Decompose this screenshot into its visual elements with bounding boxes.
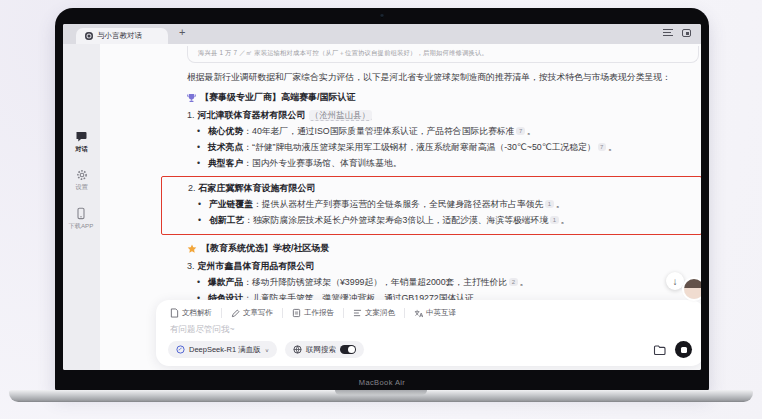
- windows-icon[interactable]: [682, 29, 691, 37]
- stop-generation-button[interactable]: [675, 341, 692, 358]
- laptop-base: [9, 390, 753, 402]
- model-selector[interactable]: DeepSeek-R1 满血版 ∨: [168, 341, 277, 358]
- company-2: 2.石家庄冀辉体育设施有限公司: [188, 182, 689, 195]
- user-avatar[interactable]: [684, 279, 701, 299]
- pencil-icon: [231, 309, 240, 318]
- globe-icon: [293, 345, 302, 354]
- company-1-bullet-1: 核心优势：40年老厂，通过ISO国际质量管理体系认证，产品符合国际比赛标准7。: [187, 125, 699, 138]
- company-1-bullet-2: 技术亮点：“舒健”牌电动液压篮球架采用军工级钢材，液压系统耐寒耐高温（-30℃~…: [187, 141, 699, 154]
- sidebar: 对话 设置 下载APP: [63, 44, 100, 370]
- star-icon: [187, 244, 197, 254]
- citation-badge[interactable]: 2: [509, 278, 517, 286]
- menu-icon[interactable]: [663, 29, 673, 36]
- citation-badge[interactable]: 1: [545, 200, 553, 208]
- lines-icon: [353, 309, 362, 317]
- clipboard-icon: [292, 308, 301, 318]
- sidebar-item-chat[interactable]: 对话: [75, 130, 88, 154]
- chat-icon: [75, 130, 88, 143]
- gear-icon: [76, 169, 88, 181]
- citation-badge[interactable]: 7: [516, 127, 524, 135]
- section-header-pro: 【赛事级专业厂商】高端赛事/国际认证: [187, 91, 699, 104]
- message-input[interactable]: [170, 324, 663, 334]
- composer-card: 文档解析 文章写作: [156, 300, 701, 366]
- annotation-highlight-box: 2.石家庄冀辉体育设施有限公司 产业链覆盖：提供从器材生产到赛事运营的全链条服务…: [161, 176, 701, 235]
- company-2-bullet-1: 产业链覆盖：提供从器材生产到赛事运营的全链条服务，全民健身路径器材市占率领先1。: [188, 198, 689, 211]
- location-link[interactable]: （沧州盐山县）: [309, 110, 373, 121]
- app-logo-icon: [85, 32, 93, 40]
- citation-badge[interactable]: 1: [550, 216, 558, 224]
- quick-tools-bar: 文档解析 文章写作: [156, 300, 701, 318]
- model-name: DeepSeek-R1 满血版: [189, 345, 261, 355]
- citation-badge[interactable]: 7: [598, 143, 606, 151]
- section-header-education: 【教育系统优选】学校/社区场景: [187, 242, 699, 255]
- tool-article-writing[interactable]: 文章写作: [221, 308, 282, 318]
- webcam-dot: [380, 14, 384, 18]
- web-search-toggle[interactable]: [340, 345, 356, 354]
- tool-work-report[interactable]: 工作报告: [282, 308, 343, 318]
- scroll-to-bottom-button[interactable]: ↓: [666, 272, 684, 290]
- tool-translate[interactable]: 中英互译: [404, 308, 465, 318]
- device-label: MacBook Air: [55, 378, 709, 387]
- chat-area: 海兴县 1 万 7 ／㎡ 家装运输相对成本可控（从厂＋位置协议自提前组装好），后…: [100, 44, 701, 370]
- company-1-bullet-3: 典型客户：国内外专业赛事场馆、体育训练基地。: [187, 157, 699, 170]
- folder-icon[interactable]: [653, 344, 666, 356]
- browser-tab[interactable]: 与小言教对话: [76, 28, 168, 44]
- new-tab-button[interactable]: +: [179, 27, 185, 38]
- web-search-pill[interactable]: 联网搜索: [285, 341, 364, 358]
- web-search-label: 联网搜索: [306, 345, 336, 355]
- tab-bar: 与小言教对话 +: [63, 24, 701, 44]
- arrow-down-icon: ↓: [673, 276, 678, 287]
- translate-icon: [414, 309, 423, 318]
- screen: 与小言教对话 + 对话: [63, 24, 701, 370]
- tab-title: 与小言教对话: [97, 31, 142, 41]
- phone-icon: [75, 207, 87, 220]
- company-1: 1.河北津联体育器材有限公司（沧州盐山县）: [187, 109, 699, 122]
- sidebar-item-settings[interactable]: 设置: [75, 169, 88, 192]
- doc-icon: [170, 308, 179, 318]
- assistant-intro: 根据最新行业调研数据和厂家综合实力评估，以下是河北省专业篮球架制造商的推荐清单，…: [187, 71, 692, 84]
- thinking-tail-box: 海兴县 1 万 7 ／㎡ 家装运输相对成本可控（从厂＋位置协议自提前组装好），后…: [187, 46, 699, 63]
- trophy-icon: [187, 93, 196, 103]
- laptop-screen: 与小言教对话 + 对话: [55, 8, 709, 391]
- company-3-bullet-1: 爆款产品：移动升降防锈篮球架（¥3999起），年销量超2000套，主打性价比2。: [187, 276, 699, 289]
- chevron-down-icon: ∨: [265, 347, 269, 353]
- deepseek-logo-icon: [176, 345, 185, 354]
- tool-copy-polish[interactable]: 文案润色: [343, 308, 404, 318]
- stop-icon: [681, 347, 687, 353]
- sidebar-item-download-app[interactable]: 下载APP: [68, 207, 94, 231]
- company-3: 3.定州市鑫昌体育用品有限公司: [187, 260, 699, 273]
- company-2-bullet-2: 创新工艺：独家防腐涂层技术延长户外篮球架寿命3倍以上，适配沙漠、海滨等极端环境1…: [188, 214, 689, 227]
- tool-doc-parse[interactable]: 文档解析: [170, 308, 221, 318]
